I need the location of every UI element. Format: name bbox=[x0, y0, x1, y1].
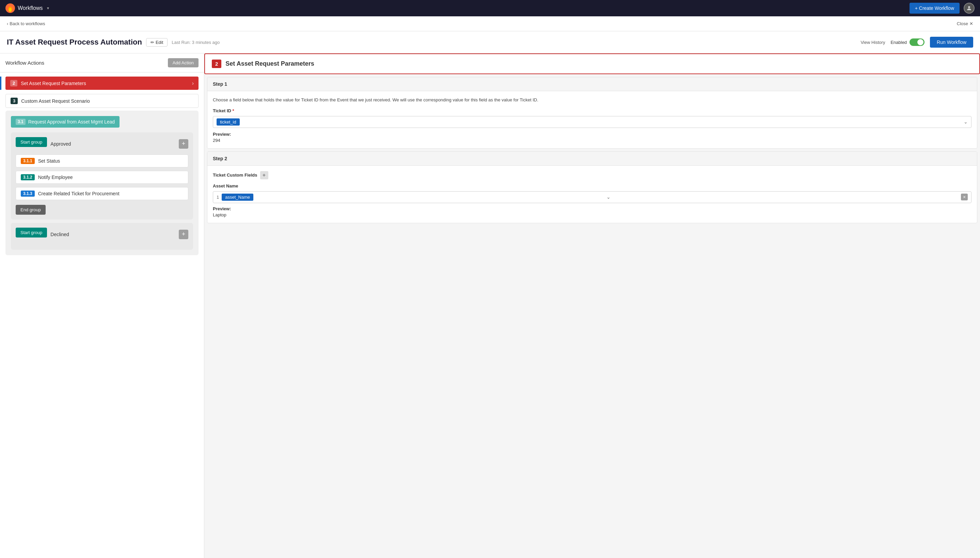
item-2-label: Set Asset Request Parameters bbox=[21, 80, 86, 86]
end-group-button-1[interactable]: End group bbox=[16, 205, 46, 215]
right-panel-step-number: 2 bbox=[212, 59, 221, 68]
item-3-badge: 3 bbox=[11, 98, 18, 104]
page-title: IT Asset Request Process Automation bbox=[7, 38, 142, 47]
close-x-icon: ✕ bbox=[969, 21, 973, 26]
back-label: Back to workflows bbox=[10, 21, 45, 26]
asset-name-tag: asset_Name bbox=[222, 194, 254, 201]
left-panel: Workflow Actions Add Action 2 Set Asset … bbox=[0, 53, 204, 558]
run-workflow-button[interactable]: Run Workflow bbox=[930, 37, 973, 48]
toggle-knob bbox=[917, 39, 924, 45]
group1-condition-label: Approved bbox=[50, 141, 71, 147]
group1-header: Start group Approved + bbox=[16, 137, 188, 150]
step2-card-body: Ticket Custom Fields + Asset Name 1 asse… bbox=[208, 166, 977, 223]
nav-right: + Create Workflow bbox=[909, 3, 975, 14]
ticket-custom-fields-row: Ticket Custom Fields + bbox=[213, 171, 972, 179]
step1-card-header: Step 1 bbox=[208, 77, 977, 91]
workflow-actions-header: Workflow Actions Add Action bbox=[0, 53, 204, 72]
header-right: View History Enabled Run Workflow bbox=[860, 37, 973, 48]
item-3-label: Custom Asset Request Scenario bbox=[21, 98, 90, 104]
enabled-toggle-container: Enabled bbox=[891, 38, 924, 46]
step-3-1-1-label: Set Status bbox=[38, 158, 60, 164]
right-panel: 2 Set Asset Request Parameters Step 1 Ch… bbox=[204, 53, 980, 558]
pencil-icon: ✏ bbox=[150, 40, 154, 45]
ticket-id-tag: ticket_id bbox=[217, 118, 240, 126]
step-3-1[interactable]: 3.1 Request Approval from Asset Mgmt Lea… bbox=[11, 116, 120, 128]
step-3-1-label: Request Approval from Asset Mgmt Lead bbox=[28, 119, 115, 125]
top-nav: Workflows ▾ + Create Workflow bbox=[0, 0, 980, 16]
approved-group-box: Start group Approved + 3.1.1 Set Status … bbox=[11, 132, 193, 220]
asset-name-chevron-icon: ⌄ bbox=[606, 194, 611, 200]
sub-nav: ‹ Back to workflows Close ✕ bbox=[0, 16, 980, 31]
step2-preview-label: Preview: bbox=[213, 206, 231, 211]
user-avatar[interactable] bbox=[964, 3, 975, 14]
item-2-badge: 2 bbox=[10, 80, 17, 87]
back-arrow-icon: ‹ bbox=[7, 21, 8, 26]
main-content: Workflow Actions Add Action 2 Set Asset … bbox=[0, 53, 980, 558]
step-3-1-1-badge: 3.1.1 bbox=[21, 158, 35, 164]
remove-asset-name-button[interactable]: × bbox=[961, 194, 968, 200]
step1-card-body: Choose a field below that holds the valu… bbox=[208, 91, 977, 148]
step1-preview: Preview: 294 bbox=[213, 131, 972, 143]
app-logo-icon bbox=[5, 3, 15, 13]
nav-left: Workflows ▾ bbox=[5, 3, 49, 13]
step1-card: Step 1 Choose a field below that holds t… bbox=[207, 77, 977, 149]
enabled-label: Enabled bbox=[891, 40, 907, 45]
step-3-1-3-badge: 3.1.3 bbox=[21, 190, 35, 197]
asset-name-section: Asset Name 1 asset_Name ⌄ × Preview: Lap… bbox=[213, 184, 972, 217]
header-left: IT Asset Request Process Automation ✏ Ed… bbox=[7, 38, 220, 47]
group2-add-button[interactable]: + bbox=[179, 230, 188, 239]
step2-preview: Preview: Laptop bbox=[213, 206, 972, 217]
right-panel-step-title: Set Asset Request Parameters bbox=[226, 60, 314, 67]
step2-card-header: Step 2 bbox=[208, 152, 977, 166]
nav-chevron-icon: ▾ bbox=[47, 6, 49, 11]
start-group-button-1[interactable]: Start group bbox=[16, 137, 47, 147]
asset-name-input-row[interactable]: 1 asset_Name ⌄ × bbox=[213, 191, 972, 203]
ticket-id-required: * bbox=[232, 108, 234, 113]
step-3-1-2-badge: 3.1.2 bbox=[21, 174, 35, 181]
step2-preview-value: Laptop bbox=[213, 212, 972, 217]
sub-group-container: 3.1 Request Approval from Asset Mgmt Lea… bbox=[5, 111, 199, 255]
group2-header: Start group Declined + bbox=[16, 228, 188, 241]
last-run-text: Last Run: 3 minutes ago bbox=[171, 40, 220, 45]
page-header: IT Asset Request Process Automation ✏ Ed… bbox=[0, 31, 980, 53]
workflow-item-3[interactable]: 3 Custom Asset Request Scenario bbox=[5, 94, 199, 108]
step1-description: Choose a field below that holds the valu… bbox=[213, 97, 972, 103]
ticket-id-field-label: Ticket ID * bbox=[213, 108, 972, 113]
step2-card: Step 2 Ticket Custom Fields + Asset Name… bbox=[207, 151, 977, 223]
right-panel-header: 2 Set Asset Request Parameters bbox=[204, 53, 980, 74]
step1-preview-label: Preview: bbox=[213, 132, 231, 137]
step1-preview-value: 294 bbox=[213, 138, 972, 143]
step-3-1-3[interactable]: 3.1.3 Create Related Ticket for Procurem… bbox=[16, 187, 188, 200]
edit-label: Edit bbox=[156, 40, 163, 45]
start-group-button-2[interactable]: Start group bbox=[16, 228, 47, 238]
asset-name-label: Asset Name bbox=[213, 184, 972, 189]
item-2-chevron-icon: › bbox=[192, 80, 194, 87]
step-3-1-2[interactable]: 3.1.2 Notify Employee bbox=[16, 171, 188, 184]
edit-button[interactable]: ✏ Edit bbox=[146, 38, 168, 47]
svg-point-2 bbox=[9, 8, 12, 12]
declined-group-box: Start group Declined + bbox=[11, 223, 193, 250]
app-title: Workflows bbox=[18, 5, 43, 11]
create-workflow-button[interactable]: + Create Workflow bbox=[909, 3, 960, 14]
ticket-id-chevron-icon: ⌄ bbox=[964, 119, 968, 125]
group2-condition-label: Declined bbox=[50, 232, 69, 237]
workflow-item-2[interactable]: 2 Set Asset Request Parameters › bbox=[5, 77, 199, 90]
step-3-1-1[interactable]: 3.1.1 Set Status bbox=[16, 154, 188, 167]
add-ticket-field-button[interactable]: + bbox=[260, 171, 268, 179]
svg-point-3 bbox=[968, 6, 970, 8]
ticket-id-input-row[interactable]: ticket_id ⌄ bbox=[213, 116, 972, 128]
add-action-button[interactable]: Add Action bbox=[168, 58, 199, 67]
close-button[interactable]: Close ✕ bbox=[957, 21, 973, 26]
step-3-1-badge: 3.1 bbox=[16, 119, 26, 125]
step-3-1-3-label: Create Related Ticket for Procurement bbox=[38, 191, 120, 196]
step-3-1-2-label: Notify Employee bbox=[38, 174, 73, 180]
workflow-actions-title: Workflow Actions bbox=[5, 60, 44, 66]
asset-name-field-num: 1 bbox=[217, 195, 219, 200]
enabled-toggle-switch[interactable] bbox=[909, 38, 924, 46]
close-label: Close bbox=[957, 21, 968, 26]
back-to-workflows-link[interactable]: ‹ Back to workflows bbox=[7, 21, 45, 26]
group1-add-button[interactable]: + bbox=[179, 139, 188, 149]
view-history-link[interactable]: View History bbox=[860, 40, 885, 45]
ticket-custom-fields-label: Ticket Custom Fields bbox=[213, 172, 257, 177]
